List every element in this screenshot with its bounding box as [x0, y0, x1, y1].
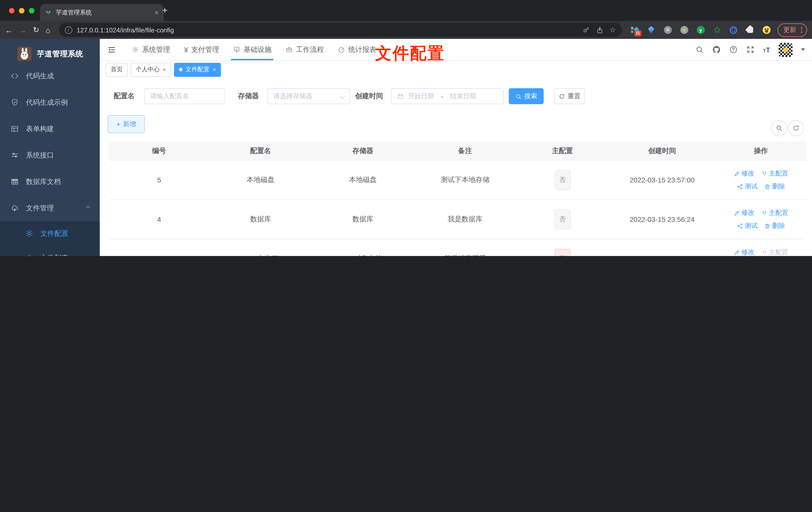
- end-date-input[interactable]: 结束日期: [450, 92, 476, 101]
- storage-label: 存储器: [238, 92, 259, 101]
- url-text[interactable]: 127.0.0.1:1024/infra/file/file-config: [77, 26, 577, 34]
- sidebar-item-code-gen[interactable]: 代码生成: [0, 63, 100, 89]
- close-icon[interactable]: ×: [212, 66, 216, 73]
- master-config-link-disabled: 主配置: [761, 248, 788, 256]
- edit-link[interactable]: 修改: [733, 248, 754, 256]
- create-time-label: 创建时间: [355, 92, 383, 101]
- browser-tab[interactable]: 芋道管理系统 ×: [40, 4, 164, 21]
- database-table-icon: [10, 178, 19, 186]
- minimize-window-button[interactable]: [19, 8, 24, 13]
- edit-link[interactable]: 修改: [733, 169, 754, 178]
- select-caret-icon: [340, 94, 345, 99]
- top-menu-system[interactable]: 系统管理: [125, 39, 177, 60]
- close-icon[interactable]: ×: [163, 66, 166, 73]
- extension-gem-icon[interactable]: [648, 26, 655, 34]
- extension-grid-icon[interactable]: 11: [631, 26, 639, 34]
- top-menu-workflow[interactable]: 工作流程: [279, 39, 331, 60]
- github-icon[interactable]: [712, 46, 721, 54]
- sidebar-item-file-config[interactable]: 文件配置: [0, 221, 100, 246]
- test-link[interactable]: 测试: [737, 182, 758, 191]
- help-icon[interactable]: [729, 46, 738, 54]
- site-info-icon[interactable]: i: [65, 26, 72, 34]
- top-menu-payment[interactable]: ¥ 支付管理: [177, 39, 226, 60]
- bookmark-star-icon[interactable]: ☆: [609, 26, 616, 34]
- col-actions: 操作: [716, 142, 806, 160]
- delete-link[interactable]: 删除: [764, 221, 785, 230]
- search-icon[interactable]: [695, 46, 704, 54]
- storage-select[interactable]: 请选择存储器: [267, 88, 350, 104]
- add-button[interactable]: + 新增: [108, 115, 145, 133]
- sidebar-item-db-doc[interactable]: 数据库文档: [0, 169, 100, 195]
- sidebar-item-form-builder[interactable]: 表单构建: [0, 116, 100, 142]
- extension-y-icon[interactable]: y: [697, 26, 704, 34]
- master-config-link[interactable]: 主配置: [761, 208, 788, 217]
- sidebar-menu: 代码生成 代码生成示例 表单构建 系统接口 数据库文档 文件管理: [0, 63, 100, 256]
- tab-close-icon[interactable]: ×: [155, 9, 158, 16]
- edit-link[interactable]: 修改: [733, 208, 754, 217]
- trash-icon: [764, 183, 771, 190]
- new-tab-button[interactable]: +: [162, 5, 168, 16]
- close-window-button[interactable]: [9, 8, 14, 13]
- sidebar-item-file-list[interactable]: 文件列表: [0, 246, 100, 256]
- sidebar-item-code-demo[interactable]: 代码生成示例: [0, 89, 100, 116]
- gear-icon: [132, 46, 139, 53]
- font-size-icon[interactable]: TT: [763, 46, 770, 54]
- briefcase-icon: [286, 46, 293, 53]
- table-refresh-button[interactable]: [788, 120, 804, 136]
- search-button[interactable]: 搜索: [509, 88, 544, 104]
- profile-emoji-icon[interactable]: [762, 26, 770, 34]
- tag-home[interactable]: 首页: [106, 63, 128, 77]
- user-avatar[interactable]: [779, 42, 792, 57]
- tab-title: 芋道管理系统: [56, 8, 151, 17]
- cell-name: 数据库: [209, 200, 312, 239]
- sidebar-item-file-management[interactable]: 文件管理: [0, 195, 100, 221]
- table-search-toggle-button[interactable]: [771, 120, 787, 136]
- extension-eye-icon[interactable]: [730, 26, 737, 34]
- col-master: 主配置: [516, 142, 609, 160]
- share-upload-icon[interactable]: [596, 26, 604, 34]
- share-icon: [737, 222, 743, 229]
- pencil-icon: [733, 249, 740, 255]
- magnet-icon: [761, 210, 767, 216]
- home-icon[interactable]: ⌂: [46, 26, 50, 34]
- pencil-icon: [733, 170, 740, 177]
- col-remark: 备注: [414, 142, 516, 160]
- master-tag: 否: [554, 209, 570, 229]
- browser-menu-icon[interactable]: [801, 27, 802, 33]
- zoom-window-button[interactable]: [29, 8, 34, 13]
- reload-icon[interactable]: ↻: [33, 25, 39, 34]
- forward-icon[interactable]: →: [19, 26, 26, 34]
- avatar-caret-icon[interactable]: [801, 48, 805, 51]
- table-row: 5 本地磁盘 本地磁盘 测试下本地存储 否 2022-03-15 23:57:0…: [109, 160, 806, 200]
- browser-tabstrip: 芋道管理系统 × +: [0, 0, 812, 21]
- password-key-icon[interactable]: [583, 26, 590, 34]
- cloud-upload-icon: [25, 254, 33, 256]
- window-controls: [9, 8, 34, 13]
- extensions-puzzle-icon[interactable]: [747, 27, 753, 33]
- start-date-input[interactable]: 开始日期: [408, 92, 434, 101]
- back-icon[interactable]: ←: [5, 26, 12, 34]
- fullscreen-icon[interactable]: [746, 46, 755, 54]
- cell-remark: 戴佩妮真可爱: [414, 239, 516, 256]
- cell-name: S3 - 七牛云: [209, 239, 312, 256]
- extension-command-icon[interactable]: ⌘: [664, 26, 672, 34]
- cell-storage: 本地磁盘: [312, 160, 414, 200]
- top-menu-infrastructure[interactable]: 基础设施: [226, 39, 279, 60]
- sidebar-item-system-api[interactable]: 系统接口: [0, 142, 100, 169]
- extension-star-icon[interactable]: [713, 26, 721, 34]
- browser-update-button[interactable]: 更新: [777, 23, 807, 37]
- reset-button[interactable]: 重置: [554, 88, 585, 104]
- tag-profile[interactable]: 个人中心 ×: [131, 63, 171, 77]
- app-topbar: 系统管理 ¥ 支付管理 基础设施 工作流程 统计报表: [100, 39, 812, 61]
- test-link[interactable]: 测试: [737, 221, 758, 230]
- config-name-input[interactable]: 请输入配置名: [144, 88, 226, 104]
- extension-green-dot-icon[interactable]: [680, 26, 688, 34]
- delete-link[interactable]: 删除: [764, 182, 785, 191]
- date-range-picker[interactable]: 开始日期 - 结束日期: [391, 88, 504, 104]
- yen-icon: ¥: [184, 46, 188, 53]
- sidebar-collapse-icon[interactable]: [107, 45, 116, 54]
- config-name-label: 配置名: [114, 92, 135, 101]
- tag-file-config[interactable]: 文件配置 ×: [174, 63, 221, 77]
- master-config-link[interactable]: 主配置: [761, 169, 788, 178]
- address-bar[interactable]: i 127.0.0.1:1024/infra/file/file-config …: [59, 23, 622, 37]
